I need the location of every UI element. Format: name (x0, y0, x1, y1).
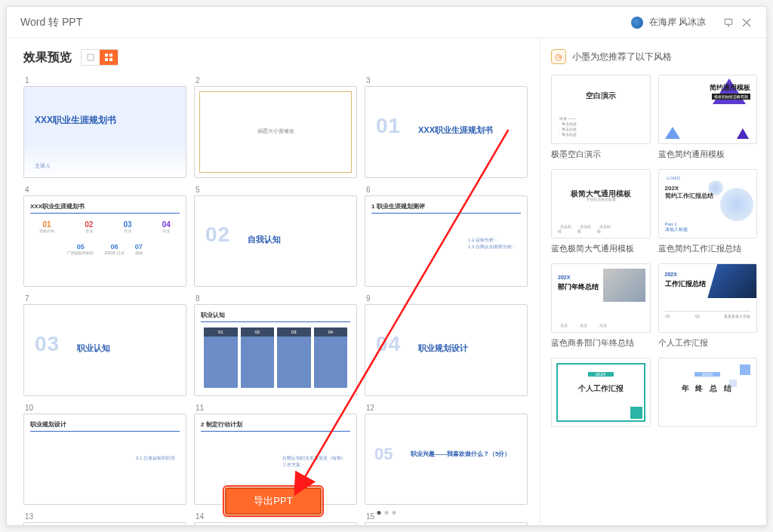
slide-thumb[interactable]: 13职业兴趣——我喜欢做什么？（5分） (23, 512, 186, 525)
template-name: 蓝色简约工作汇报总结 (658, 243, 758, 254)
template-card[interactable]: 202X部门年终总结· 点击· 点击· 点击蓝色商务部门年终总结 (551, 263, 651, 349)
template-thumb: 空白演示目录 ——· 单击此处· 单击此处· 单击此处 (551, 75, 651, 144)
view-toggle[interactable] (81, 49, 119, 66)
slide-number: 5 (194, 186, 357, 194)
template-name: 蓝色商务部门年终总结 (551, 337, 651, 349)
slide-number: 3 (365, 76, 528, 85)
slide-thumb[interactable]: 904职业规划设计 (365, 294, 528, 396)
slide-thumb[interactable]: 703职业认知 (23, 294, 186, 396)
svg-rect-0 (725, 19, 731, 24)
template-card[interactable]: 极简大气通用模板专业实力执简驭繁· 点击此处· 点击此处· 点击此处蓝色极简大气… (551, 169, 651, 254)
export-ppt-button[interactable]: 导出PPT (225, 487, 321, 515)
template-name: 极墨空白演示 (551, 149, 651, 160)
slide-number: 6 (365, 186, 528, 194)
template-card[interactable]: 202X年 终 总 结 (658, 358, 758, 427)
slide-number: 7 (23, 294, 186, 303)
template-card[interactable]: 空白演示目录 ——· 单击此处· 单击此处· 单击此处极墨空白演示 (551, 75, 651, 160)
slide-thumb[interactable]: 10职业规划设计3.1 总体目标和阶段 (23, 404, 186, 506)
slide-canvas: 插图大小需修改 (194, 86, 357, 178)
view-list-icon[interactable] (82, 50, 100, 65)
slide-thumb[interactable]: 61 职业生涯规划测评1.2 目标分析：1.3 自我认知测评分析： (365, 186, 528, 288)
slide-number: 13 (23, 512, 186, 521)
slide-canvas: 职业兴趣——我喜欢做什么？（5分） (23, 522, 186, 525)
template-thumb: 极简大气通用模板专业实力执简驭繁· 点击此处· 点击此处· 点击此处 (551, 169, 651, 238)
window-title: Word 转 PPT (20, 16, 82, 29)
slide-number: 12 (365, 404, 528, 412)
template-card[interactable]: 简约通用模板模板初始状态略有颜蓝色简约通用模板 (658, 75, 758, 160)
svg-rect-4 (105, 58, 108, 61)
svg-rect-3 (109, 54, 112, 57)
slide-number: 2 (194, 76, 357, 85)
slide-canvas: XXX职业生涯规划书01学校介绍02专业03专业04专业05广西国际商务职062… (23, 195, 186, 288)
styles-heading: 小墨为您推荐了以下风格 (572, 51, 672, 63)
slide-canvas: XXX职业生涯规划书主讲人 (23, 86, 186, 178)
template-card[interactable]: · LOGO202X简约工作汇报总结Part 1请输入标题蓝色简约工作汇报总结 (658, 169, 758, 254)
slide-thumb[interactable]: 1XXX职业生涯规划书主讲人 (23, 76, 186, 178)
slide-thumb[interactable]: 2插图大小需修改 (194, 76, 357, 178)
slide-canvas: 05职业兴趣——我喜欢做什么？（5分） (365, 414, 528, 506)
cube-icon: ◷ (551, 49, 566, 64)
slide-thumb[interactable]: 8职业认知01020304 (194, 294, 357, 396)
slide-canvas: 职业能力——我能够做什么？（5分） (365, 522, 528, 525)
template-thumb: 202X个人工作汇报 (551, 358, 651, 427)
template-thumb: 简约通用模板模板初始状态略有颜 (658, 75, 758, 144)
slide-canvas: 1 职业生涯规划测评1.2 目标分析：1.3 自我认知测评分析： (365, 195, 528, 288)
slide-thumb[interactable]: 502自我认知 (194, 186, 357, 288)
template-name: 蓝色简约通用模板 (658, 149, 758, 160)
close-icon[interactable] (741, 17, 753, 29)
view-grid-icon[interactable] (100, 50, 118, 65)
svg-rect-5 (109, 58, 112, 61)
slide-canvas: 职业规划设计3.1 总体目标和阶段 (23, 414, 186, 506)
slide-thumb[interactable]: 4XXX职业生涯规划书01学校介绍02专业03专业04专业05广西国际商务职06… (23, 186, 186, 288)
slide-canvas: 02自我认知 (194, 195, 357, 288)
template-thumb: 202X部门年终总结· 点击· 点击· 点击 (551, 263, 651, 333)
slide-number: 11 (194, 404, 357, 412)
slide-canvas: 04职业规划设计 (365, 304, 528, 396)
username: 在海岸 风冰凉 (649, 16, 706, 29)
feedback-icon[interactable] (722, 17, 735, 29)
slide-number: 4 (23, 186, 186, 194)
slide-number: 9 (365, 294, 528, 303)
slide-canvas (194, 522, 357, 525)
preview-title: 效果预览 (23, 50, 72, 66)
slide-canvas: 职业认知01020304 (194, 304, 357, 396)
slide-thumb[interactable]: 301XXX职业生涯规划书 (365, 76, 528, 178)
template-name: 个人工作汇报 (658, 337, 758, 349)
svg-rect-2 (105, 54, 108, 57)
template-thumb: 202X工作汇报总结·01·02某某某某大学校 (658, 263, 758, 333)
slide-number: 10 (23, 404, 186, 412)
template-card[interactable]: 202X个人工作汇报 (551, 358, 651, 427)
template-thumb: · LOGO202X简约工作汇报总结Part 1请输入标题 (658, 169, 758, 238)
svg-rect-1 (88, 54, 94, 60)
template-thumb: 202X年 终 总 结 (658, 358, 758, 427)
slide-number: 1 (23, 76, 186, 85)
template-name: 蓝色极简大气通用模板 (551, 243, 651, 254)
slide-thumb[interactable]: 1205职业兴趣——我喜欢做什么？（5分） (365, 404, 528, 506)
template-card[interactable]: 202X工作汇报总结·01·02某某某某大学校个人工作汇报 (658, 263, 758, 349)
avatar[interactable] (631, 17, 643, 29)
slide-number: 8 (194, 294, 357, 303)
slide-canvas: 01XXX职业生涯规划书 (365, 86, 528, 178)
slide-canvas: 03职业认知 (23, 304, 186, 396)
